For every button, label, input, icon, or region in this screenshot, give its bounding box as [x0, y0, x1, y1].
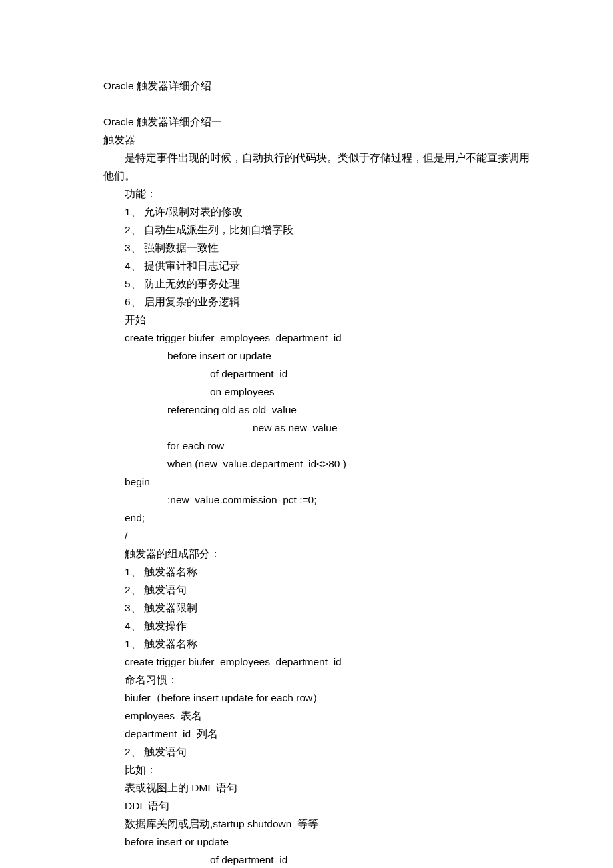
code-line-8: when (new_value.department_id<>80 ) — [103, 455, 510, 473]
component-item-2: 2、 触发语句 — [103, 581, 510, 599]
code-line-10: :new_value.commission_pct :=0; — [103, 491, 510, 509]
trigger-heading: 触发器 — [103, 131, 510, 149]
functions-label: 功能： — [103, 185, 510, 203]
function-item-3: 3、 强制数据一致性 — [103, 239, 510, 257]
code-line-1: create trigger biufer_employees_departme… — [103, 329, 510, 347]
component-1-repeat: 1、 触发器名称 — [103, 635, 510, 653]
start-label: 开始 — [103, 311, 510, 329]
function-item-6: 6、 启用复杂的业务逻辑 — [103, 293, 510, 311]
function-item-2: 2、 自动生成派生列，比如自增字段 — [103, 221, 510, 239]
component-item-4: 4、 触发操作 — [103, 617, 510, 635]
ddl-line: DDL 语句 — [103, 797, 510, 815]
db-line: 数据库关闭或启动,startup shutdown 等等 — [103, 815, 510, 833]
employees-line: employees 表名 — [103, 707, 510, 725]
main-title: Oracle 触发器详细介绍 — [103, 77, 510, 95]
function-item-1: 1、 允许/限制对表的修改 — [103, 203, 510, 221]
department-line: department_id 列名 — [103, 725, 510, 743]
component-item-1: 1、 触发器名称 — [103, 563, 510, 581]
intro-text-2: 他们。 — [103, 167, 510, 185]
component-item-3: 3、 触发器限制 — [103, 599, 510, 617]
code-line-11: end; — [103, 509, 510, 527]
code-line-3: of department_id — [103, 365, 510, 383]
function-item-5: 5、 防止无效的事务处理 — [103, 275, 510, 293]
code-line-7: for each row — [103, 437, 510, 455]
document-content: Oracle 触发器详细介绍 Oracle 触发器详细介绍一 触发器 是特定事件… — [103, 77, 510, 868]
code-line-5: referencing old as old_value — [103, 401, 510, 419]
example-label: 比如： — [103, 761, 510, 779]
function-item-4: 4、 提供审计和日志记录 — [103, 257, 510, 275]
components-label: 触发器的组成部分： — [103, 545, 510, 563]
naming-label: 命名习惯： — [103, 671, 510, 689]
before-line: before insert or update — [103, 833, 510, 851]
of-line: of department_id — [103, 851, 510, 868]
component-2-repeat: 2、 触发语句 — [103, 743, 510, 761]
create-trigger-line: create trigger biufer_employees_departme… — [103, 653, 510, 671]
code-line-6: new as new_value — [103, 419, 510, 437]
gap — [103, 95, 510, 113]
dml-line: 表或视图上的 DML 语句 — [103, 779, 510, 797]
code-line-4: on employees — [103, 383, 510, 401]
intro-text-1: 是特定事件出现的时候，自动执行的代码块。类似于存储过程，但是用户不能直接调用 — [103, 149, 510, 167]
biufer-line: biufer（before insert update for each row… — [103, 689, 510, 707]
section-title: Oracle 触发器详细介绍一 — [103, 113, 510, 131]
code-line-12: / — [103, 527, 510, 545]
code-line-2: before insert or update — [103, 347, 510, 365]
code-line-9: begin — [103, 473, 510, 491]
